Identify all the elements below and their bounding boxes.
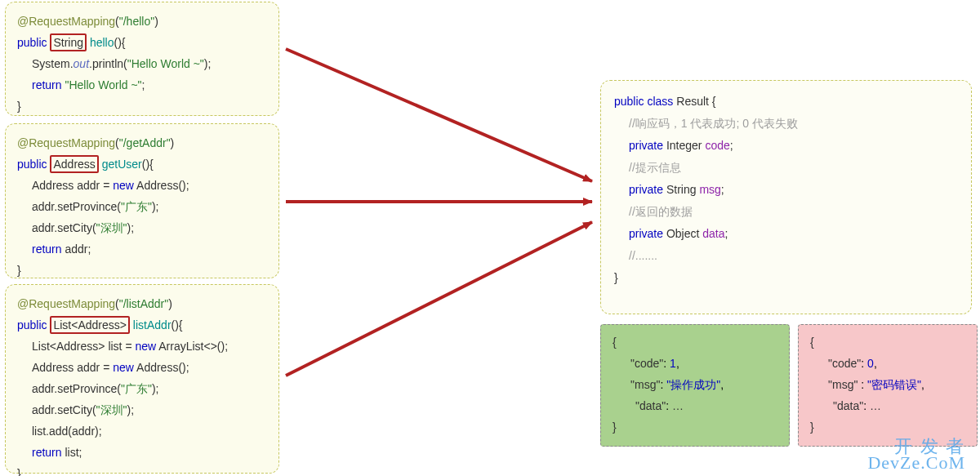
code-line: addr.setProvince("广东"); (17, 378, 267, 399)
json-line: "msg": "操作成功", (612, 374, 777, 395)
return-type-highlight: Address (50, 155, 98, 173)
code-line: addr.setProvince("广东"); (17, 196, 267, 217)
code-block-hello: @RequestMapping("/hello") public String … (5, 2, 279, 116)
json-line: "code": 1, (612, 353, 777, 374)
arrow-icon (286, 49, 592, 181)
arrow-icon (286, 222, 592, 376)
code-line: } (614, 267, 958, 289)
code-line: list.add(addr); (17, 420, 267, 442)
return-type-highlight: List<Address> (50, 316, 130, 334)
code-comment: //提示信息 (614, 157, 958, 179)
result-class-block: public class Result { //响应码，1 代表成功; 0 代表… (600, 80, 972, 314)
json-line: "msg" : "密码错误", (810, 374, 965, 395)
code-line: public Address getUser(){ (17, 153, 267, 175)
code-line: @RequestMapping("/listAddr") (17, 293, 267, 314)
code-block-getaddr: @RequestMapping("/getAddr") public Addre… (5, 123, 279, 278)
code-comment: //....... (614, 245, 958, 267)
code-line: private String msg; (614, 179, 958, 201)
json-success-example: { "code": 1, "msg": "操作成功", "data": … } (600, 324, 790, 447)
code-line: } (17, 96, 267, 117)
code-line: List<Address> list = new ArrayList<>(); (17, 336, 267, 357)
code-line: addr.setCity("深圳"); (17, 399, 267, 420)
json-error-example: { "code": 0, "msg" : "密码错误", "data": … } (798, 324, 978, 447)
code-line: System.out.println("Hello World ~"); (17, 53, 267, 74)
code-block-listaddr: @RequestMapping("/listAddr") public List… (5, 284, 279, 474)
json-line: "data": … (810, 395, 965, 416)
code-line: @RequestMapping("/hello") (17, 11, 267, 32)
code-line: } (17, 463, 267, 476)
return-type-highlight: String (50, 33, 87, 51)
code-line: } (17, 260, 267, 281)
code-line: public class Result { (614, 91, 958, 113)
code-line: addr.setCity("深圳"); (17, 217, 267, 238)
annotation: @RequestMapping (17, 15, 115, 28)
code-comment: //返回的数据 (614, 201, 958, 223)
code-line: @RequestMapping("/getAddr") (17, 132, 267, 153)
code-line: private Integer code; (614, 135, 958, 157)
code-line: return list; (17, 442, 267, 463)
code-comment: //响应码，1 代表成功; 0 代表失败 (614, 113, 958, 135)
code-line: return addr; (17, 238, 267, 260)
json-line: "code": 0, (810, 353, 965, 374)
code-line: return "Hello World ~"; (17, 74, 267, 96)
code-line: Address addr = new Address(); (17, 357, 267, 378)
code-line: private Object data; (614, 223, 958, 245)
code-line: public List<Address> listAddr(){ (17, 314, 267, 336)
json-line: "data": … (612, 395, 777, 416)
code-line: Address addr = new Address(); (17, 175, 267, 196)
code-line: public String hello(){ (17, 32, 267, 53)
